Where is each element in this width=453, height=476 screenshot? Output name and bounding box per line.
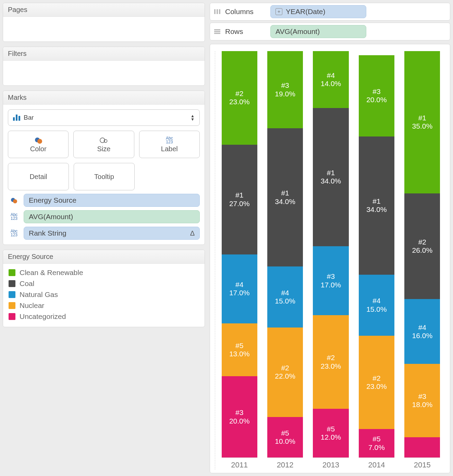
legend-item[interactable]: Coal [9, 278, 199, 289]
segment-pct-label: 17.0% [229, 289, 250, 297]
chart-segment[interactable]: #415.0% [267, 266, 303, 328]
segment-pct-label: 19.0% [275, 90, 295, 98]
chart-segment[interactable]: #223.0% [313, 315, 348, 409]
chart-segment[interactable]: #226.0% [404, 193, 440, 299]
marks-label-pill-avg[interactable]: AVG(Amount) [24, 210, 200, 223]
pill-text: AVG(Amount) [29, 213, 73, 221]
chart-segment[interactable]: #416.0% [404, 299, 440, 364]
chart-segment[interactable]: #223.0% [359, 336, 394, 429]
chart-column: #320.0%#134.0%#415.0%#223.0%#57.0%2014 [354, 51, 399, 469]
pages-dropzone[interactable] [3, 17, 205, 41]
chart-segment[interactable]: #414.0% [313, 51, 348, 108]
bar-chart-icon [13, 115, 20, 121]
chart-segment[interactable]: #134.0% [359, 136, 394, 275]
marks-size-button[interactable]: Size [73, 131, 134, 158]
segment-rank-label: #2 [281, 364, 289, 372]
mark-type-label: Bar [24, 114, 34, 121]
segment-pct-label: 10.0% [275, 437, 295, 445]
segment-pct-label: 34.0% [321, 177, 341, 185]
segment-rank-label: #3 [372, 87, 380, 96]
svg-point-3 [104, 139, 107, 142]
rows-icon [213, 29, 221, 34]
legend-item[interactable]: Natural Gas [9, 289, 199, 300]
chart-segment[interactable]: #134.0% [267, 128, 303, 266]
marks-color-button[interactable]: Color [8, 131, 69, 158]
chart-bar[interactable]: #223.0%#127.0%#417.0%#513.0%#320.0% [222, 51, 257, 458]
chart-column: #223.0%#127.0%#417.0%#513.0%#320.0%2011 [217, 51, 262, 469]
expand-icon[interactable]: ＋ [276, 8, 282, 15]
chart-segment[interactable]: #135.0% [404, 51, 440, 193]
marks-label-button[interactable]: Abc123 Label [139, 131, 200, 158]
color-icon [8, 197, 20, 204]
columns-shelf[interactable]: Columns ＋ YEAR(Date) [210, 3, 450, 21]
chart-segment[interactable]: #417.0% [222, 254, 257, 323]
filters-header: Filters [3, 47, 205, 61]
chart-segment[interactable]: #318.0% [404, 364, 440, 437]
segment-rank-label: #2 [235, 90, 243, 98]
legend-swatch [9, 313, 15, 320]
legend-swatch [9, 269, 15, 276]
svg-point-5 [13, 199, 17, 203]
filters-dropzone[interactable] [3, 61, 205, 85]
legend-item[interactable]: Clean & Renewable [9, 267, 199, 278]
rows-shelf[interactable]: Rows AVG(Amount) [210, 23, 450, 40]
legend-label: Uncategorized [20, 312, 66, 321]
pill-text: Energy Source [29, 196, 76, 204]
segment-pct-label: 34.0% [366, 205, 387, 214]
legend-title: Energy Source [3, 250, 205, 264]
segment-pct-label: 16.0% [412, 332, 433, 340]
chart-segment[interactable]: #513.0% [222, 323, 257, 376]
rows-label: Rows [225, 27, 266, 36]
chart-segment[interactable]: #222.0% [267, 328, 303, 417]
segment-rank-label: #4 [372, 297, 380, 305]
marks-panel: Marks Bar ▲▼ Color [3, 91, 205, 245]
legend-swatch [9, 291, 15, 298]
chart-segment[interactable]: #320.0% [222, 376, 257, 457]
marks-label-label: Label [161, 145, 178, 153]
marks-color-pill[interactable]: Energy Source [24, 194, 200, 207]
columns-pill[interactable]: ＋ YEAR(Date) [270, 5, 366, 18]
marks-detail-button[interactable]: Detail [8, 163, 69, 190]
chart-segment[interactable]: #415.0% [359, 275, 394, 336]
segment-pct-label: 22.0% [275, 372, 295, 380]
chart-segment[interactable]: #317.0% [313, 246, 348, 315]
chart-segment[interactable]: #57.0% [359, 429, 394, 457]
segment-pct-label: 17.0% [321, 281, 341, 289]
segment-pct-label: 13.0% [229, 350, 250, 358]
rows-pill[interactable]: AVG(Amount) [270, 25, 366, 38]
legend-swatch [9, 302, 15, 309]
legend-item[interactable]: Nuclear [9, 300, 199, 311]
chart-segment[interactable]: #223.0% [222, 51, 257, 145]
label-icon: Abc123 [166, 136, 173, 144]
chart-bar[interactable]: #320.0%#134.0%#415.0%#223.0%#57.0% [359, 51, 394, 458]
chart-segment[interactable] [404, 437, 440, 457]
chart-bar[interactable]: #319.0%#134.0%#415.0%#222.0%#510.0% [267, 51, 303, 458]
chart-bar[interactable]: #135.0%#226.0%#416.0%#318.0% [404, 51, 440, 458]
segment-rank-label: #1 [372, 197, 380, 205]
chart-segment[interactable]: #127.0% [222, 145, 257, 254]
segment-pct-label: 34.0% [275, 198, 295, 206]
legend-panel: Energy Source Clean & RenewableCoalNatur… [3, 250, 205, 327]
segment-rank-label: #1 [235, 191, 243, 199]
svg-rect-10 [214, 31, 220, 32]
chart-bar[interactable]: #414.0%#134.0%#317.0%#223.0%#512.0% [313, 51, 348, 458]
chart-segment[interactable]: #510.0% [267, 417, 303, 458]
legend-item[interactable]: Uncategorized [9, 311, 199, 322]
chart-segment[interactable]: #319.0% [267, 51, 303, 128]
label-icon: Abc123 [8, 229, 20, 237]
chart-segment[interactable]: #320.0% [359, 55, 394, 136]
x-axis-label: 2014 [368, 458, 385, 469]
segment-pct-label: 27.0% [229, 200, 250, 208]
x-axis-label: 2012 [277, 458, 294, 469]
chart-segment[interactable]: #512.0% [313, 409, 348, 457]
chart-segment[interactable]: #134.0% [313, 108, 348, 246]
legend-label: Natural Gas [20, 290, 58, 299]
marks-label-pill-rank[interactable]: Rank String Δ [24, 227, 200, 240]
segment-rank-label: #1 [281, 189, 289, 197]
segment-pct-label: 20.0% [366, 96, 387, 104]
mark-type-select[interactable]: Bar ▲▼ [8, 109, 200, 126]
pages-header: Pages [3, 3, 205, 17]
viz-panel: #223.0%#127.0%#417.0%#513.0%#320.0%2011#… [210, 44, 450, 473]
marks-tooltip-button[interactable]: Tooltip [74, 163, 135, 190]
segment-rank-label: #2 [327, 354, 335, 362]
